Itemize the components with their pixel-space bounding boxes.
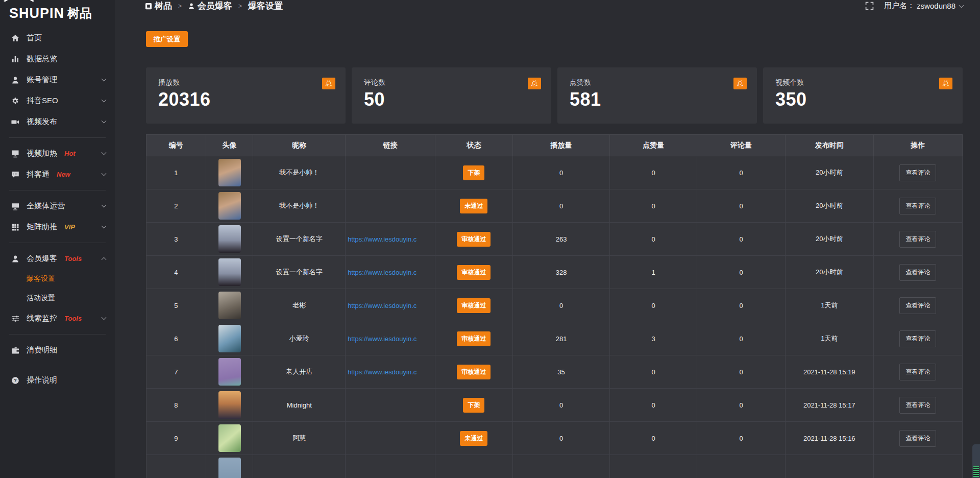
sidebar-item-matrix-boost[interactable]: 矩阵助推 VIP [0, 217, 115, 237]
avatar [218, 391, 241, 419]
sidebar-item-member-baoke[interactable]: 会员爆客 Tools [0, 248, 115, 269]
view-comments-button[interactable]: 查看评论 [899, 397, 936, 414]
promo-settings-button[interactable]: 推广设置 [146, 31, 188, 47]
view-comments-button[interactable]: 查看评论 [899, 164, 936, 181]
breadcrumb-member-baoke[interactable]: 会员爆客 [188, 0, 232, 12]
sidebar: SHUPIN 树品 首页 数据总览 账号管理 抖音SEO [0, 0, 115, 478]
chevron-down-icon [102, 315, 107, 320]
cell-comments: 0 [697, 256, 786, 289]
cell-plays: 0 [512, 289, 609, 322]
sidebar-item-label: 全媒体运营 [27, 201, 65, 211]
sidebar-item-home[interactable]: 首页 [0, 28, 115, 49]
status-badge: 未通过 [460, 199, 487, 213]
sidebar-subitem-baoke-settings[interactable]: 爆客设置 [0, 269, 115, 289]
main-area: 树品 > 会员爆客 > 爆客设置 用户名：zswodun88 [115, 0, 980, 478]
video-link[interactable]: https://www.iesdouyin.c [346, 302, 435, 309]
sidebar-item-video-publish[interactable]: 视频发布 [0, 111, 115, 132]
sidebar-subitem-activity-settings[interactable]: 活动设置 [0, 289, 115, 308]
wallet-icon [11, 346, 19, 354]
fullscreen-icon[interactable] [865, 2, 874, 10]
status-badge: 审核通过 [457, 298, 491, 313]
stat-value: 20316 [158, 89, 335, 110]
topbar: 树品 > 会员爆客 > 爆客设置 用户名：zswodun88 [115, 0, 980, 12]
sidebar-item-consumption-detail[interactable]: 消费明细 [0, 340, 115, 361]
sidebar-subitem-label: 活动设置 [27, 294, 55, 303]
sidebar-divider [9, 190, 106, 190]
sidebar-item-account-mgmt[interactable]: 账号管理 [0, 69, 115, 90]
cell-plays: 0 [512, 156, 609, 189]
cell-time: 20小时前 [785, 156, 873, 189]
status-badge: 下架 [463, 165, 484, 180]
cell-likes: 0 [610, 289, 697, 322]
cell-likes: 0 [610, 189, 697, 223]
sidebar-item-video-heat[interactable]: 视频加热 Hot [0, 143, 115, 164]
view-comments-button[interactable]: 查看评论 [899, 364, 936, 380]
sidebar-divider [9, 243, 106, 243]
col-header-id: 编号 [146, 135, 206, 156]
screen-icon [11, 150, 19, 158]
logo[interactable]: SHUPIN 树品 [0, 0, 115, 27]
view-comments-button[interactable]: 查看评论 [899, 430, 936, 447]
cell-nickname: 老彬 [253, 289, 346, 322]
stat-card-videos: 视频个数 350 总 [763, 67, 963, 124]
cell-id: 4 [146, 256, 206, 289]
monitor-icon [11, 202, 19, 210]
cell-id: 2 [146, 189, 206, 223]
sidebar-item-label: 抖音SEO [27, 96, 58, 106]
breadcrumb-home[interactable]: 树品 [145, 0, 172, 12]
cell-time: 20小时前 [785, 256, 873, 289]
video-link[interactable]: https://www.iesdouyin.c [346, 235, 435, 243]
cell-comments: 0 [697, 389, 786, 422]
table-header-row: 编号 头像 昵称 链接 状态 播放量 点赞量 评论量 发布时间 操作 [146, 135, 963, 156]
col-header-plays: 播放量 [512, 135, 609, 156]
view-comments-button[interactable]: 查看评论 [899, 198, 936, 214]
stat-value: 350 [775, 89, 952, 110]
video-camera-icon [11, 118, 19, 126]
cell-id [146, 455, 206, 478]
view-comments-button[interactable]: 查看评论 [899, 297, 936, 314]
sidebar-item-data-overview[interactable]: 数据总览 [0, 49, 115, 69]
sidebar-item-label: 矩阵助推 [27, 222, 57, 232]
stat-value: 581 [570, 89, 747, 110]
sidebar-item-douyin-seo[interactable]: 抖音SEO [0, 90, 115, 111]
cell-nickname: 阿慧 [253, 422, 346, 455]
cell-time: 1天前 [785, 289, 873, 322]
breadcrumb: 树品 > 会员爆客 > 爆客设置 [145, 0, 283, 12]
sidebar-divider [9, 137, 106, 138]
cell-plays: 0 [512, 389, 609, 422]
cell-likes: 1 [610, 256, 697, 289]
cell-id: 6 [146, 322, 206, 355]
cell-likes [610, 455, 697, 478]
hot-tag: Hot [64, 150, 76, 157]
view-comments-button[interactable]: 查看评论 [899, 231, 936, 248]
cell-likes: 0 [610, 355, 697, 389]
video-link[interactable]: https://www.iesdouyin.c [346, 269, 435, 276]
sidebar-item-clue-monitor[interactable]: 线索监控 Tools [0, 308, 115, 329]
sidebar-nav: 首页 数据总览 账号管理 抖音SEO 视频发布 [0, 27, 115, 391]
page-title: 爆客设置 [248, 0, 283, 12]
breadcrumb-separator: > [238, 3, 242, 10]
username-dropdown[interactable]: 用户名：zswodun88 [884, 1, 963, 11]
sidebar-item-instructions[interactable]: ? 操作说明 [0, 370, 115, 391]
cell-id: 1 [146, 156, 206, 189]
video-link[interactable]: https://www.iesdouyin.c [346, 368, 435, 376]
cell-nickname: 我不是小帅！ [253, 189, 346, 223]
sidebar-item-douketong[interactable]: 抖客通 New [0, 164, 115, 185]
sidebar-item-label: 首页 [27, 33, 42, 43]
avatar [218, 325, 241, 352]
status-badge: 下架 [463, 398, 484, 413]
status-badge: 未通过 [460, 431, 487, 446]
svg-text:?: ? [14, 377, 17, 383]
col-header-comments: 评论量 [697, 135, 786, 156]
grid-icon [11, 223, 19, 231]
chat-icon [11, 171, 19, 179]
status-badge: 审核通过 [457, 331, 491, 346]
video-link[interactable]: https://www.iesdouyin.c [346, 335, 435, 343]
view-comments-button[interactable]: 查看评论 [899, 330, 936, 347]
chevron-down-icon [102, 77, 107, 82]
tools-tag: Tools [64, 315, 82, 322]
scroll-widget[interactable] [972, 444, 980, 478]
view-comments-button[interactable]: 查看评论 [899, 264, 936, 281]
avatar [218, 458, 241, 478]
sidebar-item-all-media[interactable]: 全媒体运营 [0, 196, 115, 217]
